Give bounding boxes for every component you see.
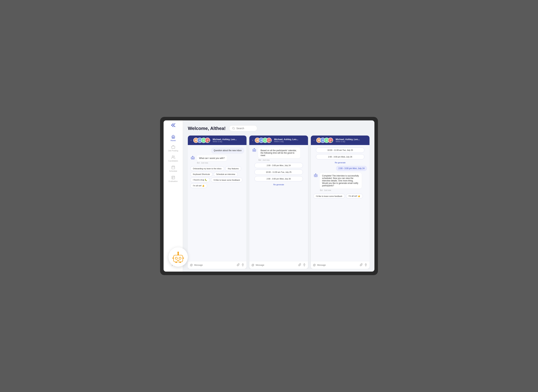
chat-header-time-1: Within a day [213,141,244,143]
panels-container: ‹ M A L + Michael, Ashley, Leo... Within… [188,135,370,269]
schedule-icon [171,165,175,169]
page-title: Welcome, Althea! [188,126,226,131]
sidebar-logo[interactable] [171,123,176,128]
time-slot-2-1[interactable]: 2:00 - 3:00 pm Mon, July 24 [255,163,303,168]
svg-rect-27 [254,151,255,151]
avatars-3: M A L + [316,138,333,143]
at-icon-2: @ [251,263,254,267]
svg-point-14 [192,158,192,158]
chat-back-arrow-1[interactable]: ‹ [191,139,191,142]
regenerate-link-3[interactable]: Re-generate [313,161,367,164]
chat-input-area-3: @ [311,261,370,269]
sidebar-item-schedule-label: Schedule [169,170,177,172]
svg-rect-42 [174,255,183,262]
svg-rect-33 [314,175,317,177]
sidebar-item-candidates-label: Candidates [168,160,178,162]
bot-icon-2 [252,148,257,152]
quick-reply-3-allset[interactable]: I'm all set! 👍 [346,194,363,198]
chat-back-arrow-2[interactable]: ‹ [252,139,253,142]
at-icon-3: @ [313,263,316,267]
chat-header-time-2: Within a day [274,141,305,143]
sidebar-item-evaluation[interactable]: Evaluation [164,174,183,184]
bot-row-2: Based on all the participants' calendar,… [252,148,306,161]
chat-panel-1: ‹ M A L + Michael, Ashley, Leo... Within… [188,135,246,269]
avatar-3-4: + [328,138,333,143]
search-icon [232,127,235,130]
chat-header-info-1: Michael, Ashley, Leo... Within a day [213,138,244,143]
quick-replies-1: Onboarding my team to the inbox Key feat… [190,166,244,189]
time-slot-3-1[interactable]: 10:00 - 11:00 am Tue, July 25 [316,148,364,153]
sidebar-item-schedule[interactable]: Schedule [164,164,183,174]
home-icon [171,135,175,139]
chat-header-name-3: Michael, Ashley, Leo... [336,138,367,141]
svg-point-34 [315,175,315,176]
chat-body-2: Based on all the participants' calendar,… [249,145,308,261]
svg-point-38 [315,173,316,174]
bot-time-3: Bot · Just now. [320,189,362,191]
chat-input-2[interactable] [256,264,297,266]
sidebar-item-candidates[interactable]: Candidates [164,154,183,164]
bot-time-2: Bot · Just now. [258,159,300,161]
search-bar[interactable] [229,125,257,131]
time-slots-2: 2:00 - 3:00 pm Mon, July 24 10:00 - 11:0… [252,163,306,182]
device-frame: Home Job Posting Candidates [160,117,378,275]
quick-reply-features[interactable]: Key features [225,166,241,171]
sidebar-item-evaluation-label: Evaluation [169,180,178,182]
chat-header-2: ‹ M A L + Michael, Ashley, Leo... Within… [249,135,308,145]
sidebar-item-jobposting-label: Job Posting [168,149,178,152]
at-icon-1: @ [190,263,193,267]
evaluation-icon [171,176,175,179]
quick-reply-feedback[interactable]: I'd like to leave some feedback [211,177,242,182]
chat-header-1: ‹ M A L + Michael, Ashley, Leo... Within… [188,135,246,145]
chat-back-arrow-3[interactable]: ‹ [314,139,315,142]
bot-message-wrap-3: Complete! The interview is successfully … [320,173,362,191]
quick-reply-schedule[interactable]: Schedule an interview [214,172,238,177]
svg-rect-51 [179,261,181,263]
chat-header-3: ‹ M A L + Michael, Ashley, Leo... Within… [311,135,370,145]
avatar-2-4: + [266,138,272,143]
bot-popup[interactable] [168,247,188,267]
bot-message-3: Complete! The interview is successfully … [320,173,362,189]
svg-rect-49 [183,258,184,259]
chat-input-1[interactable] [194,264,235,266]
time-slot-2-3[interactable]: 2:00 - 3:00 pm Wed, July 26 [255,176,303,182]
chat-input-3[interactable] [317,264,358,266]
bot-time-1: Bot · Just now. [197,162,227,164]
sidebar-item-home[interactable]: Home [164,133,183,143]
mic-icon-1[interactable] [241,263,244,267]
chat-header-info-3: Michael, Ashley, Leo... Within a day [336,138,367,143]
attachment-icon-2[interactable] [298,263,301,267]
search-input[interactable] [236,127,254,130]
mic-icon-2[interactable] [303,263,306,267]
svg-rect-0 [172,146,175,148]
quick-reply-onboarding[interactable]: Onboarding my team to the inbox [190,166,224,171]
regenerate-link-2[interactable]: Re-generate [252,183,306,186]
bot-icon-1 [190,155,195,160]
svg-rect-24 [253,149,256,152]
selected-slot-3: 2:00 - 3:00 pm Mon, July 24 [336,166,367,171]
quick-reply-shortcuts[interactable]: Keyboard Shortcuts [190,172,213,177]
chat-header-info-2: Michael, Ashley, Leo... Within a day [274,138,305,143]
svg-rect-30 [304,263,305,265]
quick-reply-3-feedback[interactable]: I'd like to leave some feedback [313,194,345,198]
bot-message-wrap-2: Based on all the participants' calendar,… [258,148,300,161]
chat-header-time-3: Within a day [336,141,367,143]
time-slot-3-2[interactable]: 2:00 - 3:00 pm Wed, July 26 [316,154,364,159]
user-message-1: Question about the new inbox [211,148,244,154]
time-slot-2-2[interactable]: 10:00 - 11:00 am Tue, July 25 [255,169,303,175]
quick-reply-allset[interactable]: I'm all set! 👍 [190,183,207,188]
attachment-icon-1[interactable] [237,263,240,267]
attachment-icon-3[interactable] [360,263,363,267]
svg-rect-21 [242,263,243,265]
quick-reply-bug[interactable]: I found a bug 🐛 [190,177,210,182]
bot-message-1: What can I assist you with? [197,155,227,161]
chat-panel-2: ‹ M A L + Michael, Ashley, Leo... Within… [249,135,308,269]
svg-point-18 [193,156,193,156]
header: Welcome, Althea! [188,125,370,131]
svg-rect-45 [177,260,179,261]
sidebar-item-jobposting[interactable]: Job Posting [164,143,183,154]
svg-point-1 [172,156,173,157]
avatar-4: + [205,138,210,143]
avatars-2: M A L + [255,138,272,143]
mic-icon-3[interactable] [364,263,367,267]
